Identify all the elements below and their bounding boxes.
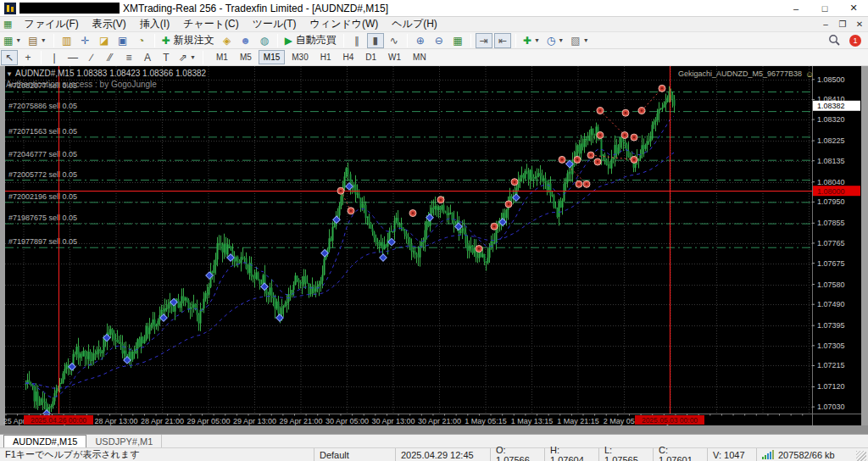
timeframe-mn-button[interactable]: MN — [408, 50, 431, 64]
search-icon[interactable] — [828, 34, 841, 47]
fibonacci-tool-icon: ≡ — [125, 53, 131, 63]
title-bar: XMTrading-Real 256 - Tradexfin Limited -… — [0, 0, 868, 17]
svg-text:1.08500: 1.08500 — [817, 75, 845, 84]
line-chart-icon: ∿ — [390, 36, 398, 46]
toolbar-separator — [154, 34, 155, 47]
maximize-button[interactable]: □ — [810, 0, 839, 16]
svg-text:2025.05.03 00:00: 2025.05.03 00:00 — [642, 416, 698, 425]
svg-text:30 Apr 05:00: 30 Apr 05:00 — [326, 417, 369, 425]
menu-item-5[interactable]: ウィンドウ(W) — [303, 17, 386, 31]
bar-chart-icon: ∥ — [354, 36, 359, 46]
candlestick-chart-button[interactable]: ▮ — [367, 33, 384, 48]
cursor-button[interactable]: ↖ — [1, 50, 18, 65]
svg-text:30 Apr 21:00: 30 Apr 21:00 — [418, 417, 461, 425]
status-segment-0: Default — [314, 448, 395, 461]
toolbar-separator — [53, 34, 54, 47]
svg-text:29 Apr 21:00: 29 Apr 21:00 — [279, 417, 322, 425]
mt4-application: XMTrading-Real 256 - Tradexfin Limited -… — [0, 0, 868, 461]
svg-text:1.07395: 1.07395 — [817, 321, 845, 330]
community-button[interactable]: ☻ — [237, 33, 254, 48]
data-folder-button[interactable]: ◪ — [96, 33, 113, 48]
timeframe-h4-button[interactable]: H4 — [338, 50, 359, 64]
timeframe-m30-button[interactable]: M30 — [287, 50, 313, 64]
menu-item-3[interactable]: チャート(C) — [176, 17, 246, 31]
fibonacci-tool-button[interactable]: ≡ — [120, 50, 137, 65]
timeframe-d1-button[interactable]: D1 — [360, 50, 381, 64]
chart-tab-1[interactable]: USDJPY#,M1 — [86, 435, 162, 447]
menu-item-1[interactable]: 表示(V) — [86, 17, 133, 31]
chevron-down-icon: ▼ — [583, 37, 589, 43]
timeframe-m1-button[interactable]: M1 — [211, 50, 233, 64]
status-segment-2: O: 1.07566 — [490, 448, 544, 461]
periods-button[interactable]: ◷▼ — [544, 33, 566, 48]
new-chart-button[interactable]: ▦▼ — [1, 33, 24, 48]
chevron-down-icon: ▼ — [41, 37, 47, 43]
arrows-tool-button[interactable]: ⇗▼ — [176, 50, 198, 65]
channel-tool-button[interactable]: ⁄⁄ — [102, 50, 119, 65]
auth-message: Authentication success : by GogoJungle — [6, 80, 157, 89]
news-icon: ◍ — [259, 36, 268, 46]
new-order-button[interactable]: ✚新規注文 — [159, 33, 217, 48]
chevron-down-icon: ▼ — [534, 37, 540, 43]
indicators-list-button[interactable]: ✚▼ — [520, 33, 542, 48]
ea-name-label: Gekigachi_AUDNZD_M5_96777B38 — [678, 69, 802, 78]
news-button[interactable]: ◍ — [256, 33, 273, 48]
market-watch-button[interactable]: ▥ — [58, 33, 75, 48]
chart-canvas[interactable]: #72082077 sell 0.05#72075886 sell 0.05#7… — [0, 66, 868, 425]
text-tool-button[interactable]: A — [139, 50, 156, 65]
child-close-button[interactable]: ✕ — [851, 19, 868, 29]
profiles-button[interactable]: ▤▼ — [25, 33, 48, 48]
label-tool-button[interactable]: T — [158, 50, 175, 65]
menu-item-4[interactable]: ツール(T) — [246, 17, 303, 31]
strategy-tester-button[interactable]: ◔ — [133, 33, 150, 48]
child-minimize-button[interactable]: – — [817, 19, 834, 29]
crosshair-button[interactable]: + — [19, 50, 36, 65]
bar-chart-button[interactable]: ∥ — [348, 33, 365, 48]
timeframe-w1-button[interactable]: W1 — [383, 50, 406, 64]
autotrading-button[interactable]: ▶自動売買 — [282, 33, 339, 48]
vertical-line-tool-button[interactable]: | — [46, 50, 63, 65]
child-restore-button[interactable]: ❐ — [834, 19, 851, 29]
menu-item-6[interactable]: ヘルプ(H) — [385, 17, 444, 31]
menu-item-0[interactable]: ファイル(F) — [17, 17, 85, 31]
zoom-in-button[interactable]: ⊕ — [412, 33, 429, 48]
svg-text:1.08225: 1.08225 — [817, 136, 845, 145]
resize-grip[interactable] — [856, 451, 866, 461]
chart-tab-0[interactable]: AUDNZD#,M15 — [3, 435, 86, 447]
chart-shift-button[interactable]: ⇤ — [494, 33, 511, 48]
terminal-button[interactable]: ▣ — [114, 33, 131, 48]
navigator-button[interactable]: ✛ — [77, 33, 94, 48]
svg-text:28 Apr 21:00: 28 Apr 21:00 — [141, 417, 184, 425]
notification-badge[interactable]: 1 — [849, 35, 861, 47]
auto-scroll-button[interactable]: ⇥ — [476, 33, 492, 48]
mdi-background — [0, 425, 868, 434]
window-title: XMTrading-Real 256 - Tradexfin Limited -… — [123, 3, 388, 14]
timeframe-m5-button[interactable]: M5 — [235, 50, 257, 64]
order-label-2: #72071563 sell 0.05 — [8, 127, 77, 136]
tile-windows-button[interactable]: ▦ — [449, 33, 466, 48]
templates-icon: ▧ — [570, 36, 580, 46]
svg-text:1 May 21:15: 1 May 21:15 — [557, 417, 599, 425]
order-label-5: #72002196 sell 0.05 — [8, 192, 77, 201]
svg-text:1 May 05:15: 1 May 05:15 — [465, 417, 507, 425]
toolbar-separator — [515, 34, 516, 47]
timeframe-m15-button[interactable]: M15 — [259, 50, 285, 64]
templates-button[interactable]: ▧▼ — [568, 33, 591, 48]
svg-text:1 May 13:15: 1 May 13:15 — [511, 417, 554, 425]
menu-item-2[interactable]: 挿入(I) — [133, 17, 176, 31]
zoom-out-button[interactable]: ⊖ — [431, 33, 448, 48]
svg-text:29 Apr 13:00: 29 Apr 13:00 — [233, 417, 276, 425]
zoom-in-icon: ⊕ — [416, 36, 425, 46]
toolbar-separator — [203, 51, 203, 64]
trendline-tool-button[interactable]: ∕ — [83, 50, 100, 65]
horizontal-line-tool-button[interactable]: — — [64, 50, 81, 65]
new-order-icon: ✚ — [162, 36, 170, 46]
minimize-button[interactable]: – — [782, 0, 810, 16]
close-button[interactable]: ✕ — [839, 0, 868, 16]
timeframe-h1-button[interactable]: H1 — [315, 50, 337, 64]
line-chart-button[interactable]: ∿ — [386, 33, 403, 48]
autotrading-icon: ▶ — [285, 36, 292, 46]
metaeditor-button[interactable]: ◈ — [219, 33, 236, 48]
toolbar-separator — [41, 51, 42, 64]
indicators-list-icon: ✚ — [523, 36, 531, 46]
